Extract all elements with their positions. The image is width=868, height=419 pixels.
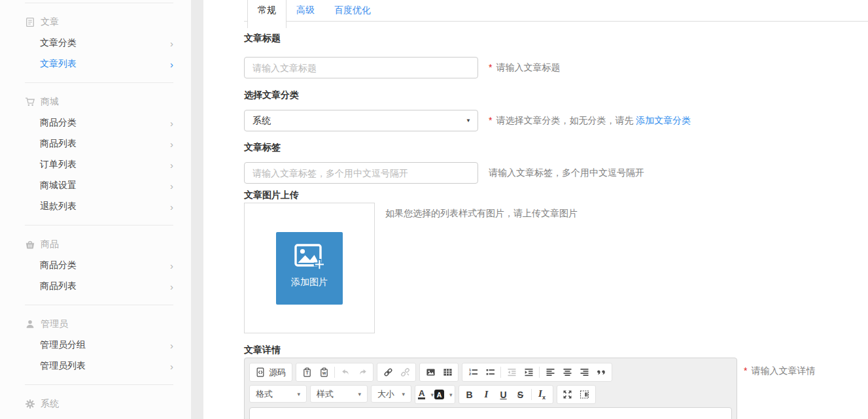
align-center-button[interactable]: [559, 364, 576, 380]
sidebar-section-system: 系统 基本信息 ›: [25, 384, 173, 419]
align-right-icon: [580, 367, 589, 377]
insert-table-button[interactable]: [439, 364, 456, 380]
article-image-hint: 如果您选择的列表样式有图片，请上传文章图片: [385, 208, 578, 220]
chevron-right-icon: ›: [170, 341, 173, 350]
sidebar-item-article-category[interactable]: 文章分类 ›: [25, 33, 173, 54]
style-dropdown[interactable]: 样式▾: [310, 385, 368, 403]
sidebar-group-article[interactable]: 文章: [25, 11, 173, 33]
strikethrough-button[interactable]: S: [512, 386, 529, 403]
chevron-right-icon: ›: [170, 202, 173, 212]
tab-baidu-seo[interactable]: 百度优化: [324, 0, 381, 20]
sidebar-item-label: 商品列表: [40, 138, 77, 150]
paste-text-button[interactable]: T: [298, 364, 315, 380]
caret-down-icon: ▾: [297, 391, 300, 397]
tab-advanced[interactable]: 高级: [286, 0, 324, 20]
sidebar-item-label: 商城设置: [40, 180, 77, 192]
format-dropdown[interactable]: 格式▾: [249, 385, 307, 403]
align-left-button[interactable]: [542, 364, 559, 380]
chevron-right-icon: ›: [170, 282, 173, 292]
sidebar-item-order-list[interactable]: 订单列表 ›: [25, 154, 173, 175]
sidebar-item-admin-group[interactable]: 管理员分组 ›: [25, 335, 173, 356]
caret-down-icon: ▾: [449, 392, 453, 398]
sidebar-item-article-list[interactable]: 文章列表 ›: [25, 54, 173, 75]
strikethrough-icon: S: [517, 390, 523, 399]
remove-format-button[interactable]: Ix: [534, 386, 551, 403]
ordered-list-button[interactable]: 12: [464, 364, 481, 380]
size-dropdown[interactable]: 大小▾: [371, 385, 411, 403]
undo-button[interactable]: [337, 364, 354, 380]
sidebar-group-product[interactable]: 商品: [25, 233, 173, 255]
source-button[interactable]: 源码: [252, 364, 290, 380]
background-color-button[interactable]: A ▾: [434, 386, 453, 403]
tab-general[interactable]: 常规: [247, 0, 286, 28]
sidebar-item-mall-settings[interactable]: 商城设置 ›: [25, 175, 173, 196]
sidebar-item-admin-list[interactable]: 管理员列表 ›: [25, 356, 173, 377]
toolbar-group-colors: A ▾ A ▾: [415, 385, 455, 404]
article-image-upload-box[interactable]: 添加图片: [244, 203, 375, 333]
chevron-right-icon: ›: [170, 361, 173, 371]
redo-icon: [358, 367, 368, 377]
italic-button[interactable]: I: [478, 386, 495, 403]
cart-icon: [25, 97, 36, 107]
toolbar-separator: [334, 367, 335, 378]
unlink-icon: [400, 367, 410, 377]
text-color-icon: A: [418, 390, 425, 399]
image-icon: [426, 367, 436, 377]
sidebar-item-goods-list[interactable]: 商品列表 ›: [25, 133, 173, 154]
unlink-button[interactable]: [396, 364, 413, 380]
article-tags-input[interactable]: [244, 162, 478, 184]
blockquote-button[interactable]: [593, 364, 610, 380]
add-category-link[interactable]: 添加文章分类: [636, 115, 691, 126]
sidebar-item-basic-info[interactable]: 基本信息 ›: [25, 414, 173, 419]
gear-icon: [25, 399, 36, 409]
align-right-button[interactable]: [576, 364, 593, 380]
underline-button[interactable]: U: [495, 386, 512, 403]
article-title-hint: *请输入文章标题: [489, 62, 560, 74]
sidebar-item-product-list[interactable]: 商品列表 ›: [25, 276, 173, 297]
outdent-icon: [507, 367, 517, 377]
sidebar-group-mall[interactable]: 商城: [25, 91, 173, 112]
sidebar-item-label: 商品列表: [40, 280, 77, 292]
toolbar-separator: [531, 389, 532, 400]
sidebar-item-label: 管理员分组: [40, 339, 86, 351]
sidebar-item-goods-category[interactable]: 商品分类 ›: [25, 112, 173, 133]
sidebar-group-admin[interactable]: 管理员: [25, 313, 173, 335]
paste-word-button[interactable]: W: [315, 364, 332, 380]
article-form: 文章标题 *请输入文章标题 选择文章分类 系统 ▼ *请选: [203, 33, 868, 419]
sidebar-item-refund-list[interactable]: 退款列表 ›: [25, 196, 173, 217]
toolbar-group-insert: [419, 363, 459, 382]
redo-button[interactable]: [354, 364, 371, 380]
undo-icon: [341, 367, 351, 377]
sidebar-item-label: 商品分类: [40, 117, 77, 129]
sidebar-item-product-category[interactable]: 商品分类 ›: [25, 255, 173, 276]
add-image-button-label: 添加图片: [291, 277, 328, 288]
article-category-label: 选择文章分类: [244, 90, 868, 100]
field-article-category: 选择文章分类 系统 ▼ *请选择文章分类，如无分类，请先 添加文章分类: [244, 90, 868, 131]
maximize-button[interactable]: [559, 386, 576, 403]
add-image-button[interactable]: 添加图片: [276, 232, 343, 305]
bulleted-list-button[interactable]: [481, 364, 498, 380]
text-color-button[interactable]: A ▾: [417, 386, 434, 403]
link-button[interactable]: [379, 364, 396, 380]
bold-button[interactable]: B: [461, 386, 478, 403]
sidebar-group-label: 系统: [41, 398, 59, 410]
indent-button[interactable]: [520, 364, 537, 380]
toolbar-group-tools: [557, 385, 596, 404]
background-color-icon: A: [434, 390, 444, 399]
article-title-input[interactable]: [244, 57, 478, 78]
show-blocks-button[interactable]: [576, 386, 593, 403]
sidebar-group-system[interactable]: 系统: [25, 393, 173, 414]
blockquote-icon: [597, 367, 606, 377]
category-select[interactable]: 系统 ▼: [244, 110, 478, 131]
caret-down-icon: ▾: [358, 391, 361, 397]
outdent-button[interactable]: [503, 364, 520, 380]
insert-image-button[interactable]: [422, 364, 439, 380]
select-arrow-icon: ▼: [466, 118, 471, 124]
svg-text:1: 1: [469, 368, 471, 372]
field-article-detail: 文章详情 源码 T: [244, 344, 868, 419]
chevron-right-icon: ›: [170, 261, 173, 271]
align-left-icon: [546, 367, 555, 377]
field-article-tags: 文章标签 请输入文章标签，多个用中文逗号隔开: [244, 142, 868, 184]
toolbar-group-paragraph: 12: [462, 363, 612, 382]
editor-content-area[interactable]: [249, 407, 732, 419]
